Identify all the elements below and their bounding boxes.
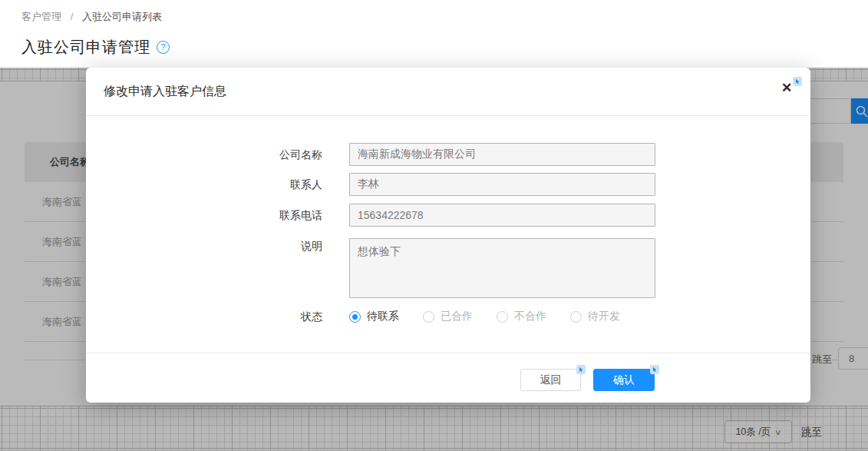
modal-footer-divider [86,353,810,353]
contact-field[interactable] [349,173,655,196]
breadcrumb-item-current: 入驻公司申请列表 [82,11,162,22]
note-label: 说明 [86,238,322,254]
note-field[interactable]: 想体验下 [349,238,655,298]
radio-icon [497,311,508,323]
radio-icon [570,311,582,323]
radio-option-cooperated[interactable]: 已合作 [423,310,473,323]
radio-option-to-develop[interactable]: 待开发 [570,310,620,323]
help-icon[interactable]: ? [157,41,170,54]
radio-option-label: 已合作 [441,310,473,323]
close-icon: ✕ [781,81,792,95]
radio-option-label: 待开发 [588,310,620,323]
breadcrumb-separator: / [71,11,74,22]
back-button[interactable]: 返回 [520,369,581,391]
modal-title: 修改申请入驻客户信息 [104,84,226,100]
breadcrumb-item-customer-mgmt[interactable]: 客户管理 [21,11,61,22]
status-label: 状态 [86,305,322,328]
phone-label: 联系电话 [86,204,322,227]
radio-icon [423,311,434,323]
company-name-field[interactable] [349,143,655,166]
page-title: 入驻公司申请管理 [21,37,150,58]
app-window: 客户管理 / 入驻公司申请列表 入驻公司申请管理 ? 公司名称 海南省蓝 海南省… [0,0,868,451]
radio-icon [349,311,361,323]
status-radio-group: 待联系 已合作 不合作 待开发 [349,305,620,328]
back-button-label: 返回 [540,373,562,386]
contact-label: 联系人 [86,173,322,196]
edit-customer-modal: 修改申请入驻客户信息 ✕ 公司名称 联系人 联系电话 说明 想体验下 状态 [86,68,810,403]
radio-option-label: 不合作 [514,310,546,323]
company-name-label: 公司名称 [86,143,322,166]
radio-option-not-cooperated[interactable]: 不合作 [497,310,546,323]
phone-field[interactable] [349,204,655,227]
confirm-button-label: 确认 [613,373,635,386]
breadcrumb: 客户管理 / 入驻公司申请列表 [21,10,162,24]
cursor-badge-icon [650,365,659,374]
confirm-button[interactable]: 确认 [593,369,655,391]
radio-option-pending-contact[interactable]: 待联系 [349,310,399,323]
close-button[interactable]: ✕ [778,80,795,97]
cursor-badge-icon [576,365,586,374]
radio-option-label: 待联系 [367,310,399,323]
